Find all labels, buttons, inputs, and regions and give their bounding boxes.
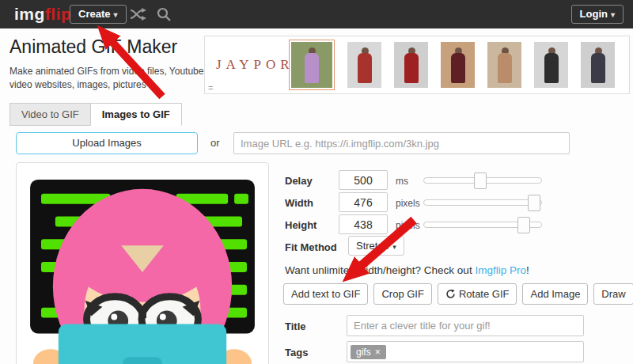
gif-preview-image xyxy=(22,169,263,364)
add-text-to-gif-button[interactable]: Add text to GIF xyxy=(283,283,368,305)
delay-slider-handle[interactable] xyxy=(474,173,487,189)
logo-img-part: img xyxy=(14,5,45,23)
image-url-input[interactable] xyxy=(233,132,570,154)
width-input[interactable] xyxy=(339,192,388,212)
fit-method-dropdown[interactable]: Stretch▾ xyxy=(348,236,404,256)
figure-garment xyxy=(358,53,372,83)
create-button-label: Create xyxy=(78,8,110,20)
tags-label: Tags xyxy=(285,347,308,358)
logo-flip-part: flip xyxy=(45,5,72,23)
figure-garment xyxy=(451,53,465,83)
delay-input[interactable] xyxy=(339,170,388,190)
ad-thumbnail-selected[interactable] xyxy=(289,40,335,90)
height-slider[interactable] xyxy=(423,222,542,228)
thumbnail-image xyxy=(291,42,332,88)
gif-preview-frame xyxy=(16,162,269,364)
delay-unit: ms xyxy=(396,176,408,187)
imgflip-pro-link[interactable]: Imgflip Pro xyxy=(475,264,526,276)
height-slider-handle[interactable] xyxy=(517,217,530,233)
ad-thumbnail[interactable] xyxy=(441,42,475,88)
top-navbar: imgflip Create▾ Login▾ xyxy=(0,0,633,28)
figure-garment xyxy=(498,53,512,83)
figure-garment xyxy=(591,53,605,83)
ad-thumbnail[interactable] xyxy=(347,42,381,88)
height-label: Height xyxy=(285,219,316,231)
login-button[interactable]: Login▾ xyxy=(571,5,624,24)
draw-button[interactable]: Draw xyxy=(593,283,633,305)
tag-chip-label: gifs xyxy=(356,347,371,358)
fit-method-value: Stretch xyxy=(356,240,389,252)
ad-thumbnail[interactable] xyxy=(581,42,615,88)
chevron-down-icon: ▾ xyxy=(113,10,117,19)
rotate-gif-button[interactable]: Rotate GIF xyxy=(438,283,517,305)
height-input[interactable] xyxy=(339,214,388,234)
subtitle-line-2: video websites, images, pictures xyxy=(9,78,207,92)
tab-images-to-gif[interactable]: Images to GIF xyxy=(90,103,182,126)
pro-text-before: Want unlimited width/height? Check out xyxy=(285,264,475,276)
rotate-icon xyxy=(445,286,456,305)
figure-garment xyxy=(305,53,319,83)
ad-thumbnail-strip xyxy=(289,36,615,93)
fit-method-label: Fit Method xyxy=(285,241,337,253)
width-slider[interactable] xyxy=(423,199,542,206)
login-button-label: Login xyxy=(580,8,608,20)
create-button[interactable]: Create▾ xyxy=(70,5,127,24)
delay-label: Delay xyxy=(285,175,313,187)
tags-input[interactable]: gifs× xyxy=(347,341,584,362)
chevron-down-icon: ▾ xyxy=(611,10,615,19)
ad-thumbnail[interactable] xyxy=(394,42,428,88)
ad-collapse-glyph[interactable]: = xyxy=(208,83,213,93)
subtitle-line-1: Make animated GIFs from video files, You… xyxy=(9,65,207,78)
gif-action-buttons: Add text to GIF Crop GIF Rotate GIF Add … xyxy=(283,283,633,305)
tag-remove-icon[interactable]: × xyxy=(375,347,381,358)
add-image-button[interactable]: Add Image xyxy=(522,283,588,305)
ad-thumbnail[interactable] xyxy=(534,42,568,88)
pro-upsell-text: Want unlimited width/height? Check out I… xyxy=(285,264,529,276)
pro-text-after: ! xyxy=(526,264,529,276)
width-label: Width xyxy=(285,197,313,209)
tag-chip-gifs: gifs× xyxy=(351,345,386,359)
imgflip-gif-maker-page: imgflip Create▾ Login▾ Animated GIF Make… xyxy=(0,0,633,364)
shuffle-icon[interactable] xyxy=(129,6,146,22)
height-unit: pixels xyxy=(396,220,420,231)
width-unit: pixels xyxy=(396,198,420,209)
page-subtitle: Make animated GIFs from video files, You… xyxy=(9,65,207,93)
chevron-down-icon: ▾ xyxy=(392,243,396,251)
tab-video-to-gif[interactable]: Video to GIF xyxy=(9,103,91,126)
ad-thumbnail[interactable] xyxy=(487,42,521,88)
rotate-gif-label: Rotate GIF xyxy=(459,288,510,300)
crop-gif-button[interactable]: Crop GIF xyxy=(373,283,431,305)
gif-title-input[interactable] xyxy=(347,315,584,336)
delay-slider[interactable] xyxy=(423,177,542,184)
figure-garment xyxy=(404,53,419,83)
width-slider-handle[interactable] xyxy=(528,195,540,211)
title-label: Title xyxy=(285,320,306,332)
search-icon[interactable] xyxy=(155,6,172,22)
gif-maker-tabs: Video to GIF Images to GIF xyxy=(9,103,182,126)
or-label: or xyxy=(210,137,220,149)
figure-garment xyxy=(544,53,559,83)
ad-banner[interactable]: JAYPORE = xyxy=(204,36,630,94)
imgflip-logo[interactable]: imgflip xyxy=(14,5,71,24)
page-title: Animated GIF Maker xyxy=(9,36,177,58)
upload-images-button[interactable]: Upload Images xyxy=(16,132,198,154)
